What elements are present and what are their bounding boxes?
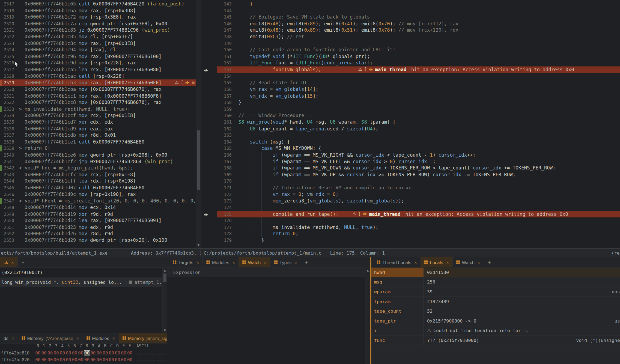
source-line[interactable]: 163 <box>201 132 620 139</box>
memory-byte[interactable]: 00 <box>35 350 41 357</box>
source-line[interactable]: 162 U8 tape_count = tape_arena.used / si… <box>201 126 620 132</box>
disasm-row[interactable]: 25440x00007ff7746b1cfflea rdx, [rsp+0x19… <box>0 178 201 184</box>
local-variable-row[interactable]: func??? (0x215f7910000)void (*)(unsigne <box>371 336 620 345</box>
scroll-down-icon[interactable]: ▼ <box>163 328 167 333</box>
scroll-down-icon[interactable]: ▼ <box>196 243 201 248</box>
memory-byte[interactable]: 00 <box>59 350 65 357</box>
tab-watch[interactable]: Watch× <box>453 257 484 267</box>
close-icon[interactable]: × <box>264 260 266 264</box>
stack-frame-row[interactable]: (0x215f791001f) <box>0 268 162 278</box>
disasm-row[interactable]: 25250x00007ff7746b1c96mov rax, [0x00007F… <box>0 53 201 60</box>
disasm-row[interactable]: 25180x00007ff7746b1c6amov rax, [rsp+0x3D… <box>0 7 201 14</box>
add-tab-button[interactable]: + <box>301 257 312 267</box>
memory-byte[interactable]: 00 <box>59 356 65 363</box>
stack-scrollbar[interactable]: ▲ ▼ <box>162 268 167 333</box>
disasm-row[interactable]: 25300x00007ff7746b1cbamov [0x00007FF7746… <box>0 86 201 93</box>
close-icon[interactable]: × <box>76 336 79 340</box>
source-line[interactable]: 170 <box>201 178 620 184</box>
memory-byte[interactable]: 00 <box>108 350 114 357</box>
source-line[interactable]: 176 <box>201 217 620 224</box>
source-line[interactable]: 173 mem_zero(u8_(vm_globals), sizeof(vm_… <box>201 198 620 204</box>
local-variable-row[interactable]: hwnd0xd41530 <box>371 268 620 278</box>
stack-frame-row[interactable]: long win_proc(void *, uint32, unsigned l… <box>0 277 162 287</box>
disasm-row[interactable]: 25230x00007ff7746b1c8cmov rax, [rsp+0x3E… <box>0 40 201 47</box>
local-variable-row[interactable]: i⚠Could not find location info for i. <box>371 326 620 336</box>
close-icon[interactable]: × <box>196 260 199 264</box>
memory-byte[interactable]: 00 <box>127 350 133 357</box>
memory-byte[interactable]: 00 <box>71 350 78 357</box>
source-line[interactable]: 145 // Epilogue: Save VM state back to g… <box>201 14 620 20</box>
disasm-row[interactable]: 25490x00007ff7746b1d19xor r9d, r9d <box>0 211 201 217</box>
tab-memory[interactable]: Memory(VArena)base× <box>18 333 83 343</box>
disasm-row[interactable]: 2542> void* hdc = ms_begin_paint(hwnd, &… <box>0 165 201 171</box>
disasm-row[interactable]: 25430x00007ff7746b1cf7mov rcx, [rsp+0x1E… <box>0 171 201 178</box>
source-line[interactable]: 154 <box>201 73 620 80</box>
memory-byte[interactable]: 00 <box>41 356 47 363</box>
disasm-row[interactable]: 25200x00007ff7746b1c7acmp qword ptr [rsp… <box>0 20 201 27</box>
local-variable-row[interactable]: wparam39uns <box>371 287 620 297</box>
memory-byte[interactable]: 00 <box>114 350 120 357</box>
local-variable-row[interactable]: tape_ptr0x215f7900000 -> 0us <box>371 316 620 326</box>
memory-byte[interactable]: 00 <box>127 356 133 363</box>
source-line[interactable]: 174 <box>201 204 620 211</box>
memory-byte[interactable]: 00 <box>47 350 53 357</box>
memory-byte[interactable]: 00 <box>90 356 96 363</box>
disasm-row[interactable]: 25450x00007ff7746b1d07call 0x00007FF7746… <box>0 185 201 191</box>
disasm-row[interactable]: 25190x00007ff7746b1c72mov [rsp+0x3E8], r… <box>0 14 201 20</box>
source-line[interactable]: 166 if (wparam == MS_VK_RIGHT && cursor_… <box>201 152 620 158</box>
close-icon[interactable]: × <box>11 260 14 264</box>
scroll-up-icon[interactable]: ▲ <box>163 268 167 273</box>
source-line[interactable]: 152 JIT_Func func = (JIT_Func)code_arena… <box>201 60 620 66</box>
disasm-row[interactable]: 25220x00007ff7746b1c85mov cl, [rsp+0x3F7… <box>0 34 201 40</box>
memory-byte[interactable]: 00 <box>78 356 84 363</box>
disasm-row[interactable]: 25260x00007ff7746b1c9dmov [rsp+0x228], r… <box>0 60 201 66</box>
close-icon[interactable]: × <box>11 336 14 340</box>
source-line[interactable]: 175 compile_and_run_tape();⚠[main_thread… <box>201 211 620 217</box>
tab-ds[interactable]: ds× <box>0 333 18 343</box>
source-line[interactable]: 143 } <box>201 1 620 7</box>
memory-byte[interactable]: 00 <box>84 350 90 356</box>
memory-byte[interactable]: 00 <box>35 356 41 363</box>
disasm-row[interactable]: 25410x00007ff7746b1cf2jmp 0x00007FF7746B… <box>0 158 201 165</box>
tab-watch[interactable]: Watch× <box>239 257 270 267</box>
source-line[interactable]: 157 vm_rdx = vm_globals[15]; <box>201 93 620 99</box>
watch-scrollbar[interactable]: ▲ <box>365 268 370 364</box>
source-line[interactable]: 159 <box>201 106 620 112</box>
close-icon[interactable]: × <box>414 260 417 264</box>
memory-byte[interactable]: 00 <box>65 356 71 363</box>
local-variable-row[interactable]: tape_count52 <box>371 306 620 316</box>
source-line[interactable]: 151 typedef void (*JIT_Func)(U8* globals… <box>201 53 620 60</box>
disasm-row[interactable]: 25240x00007ff7746b1c94mov [rax], cl <box>0 47 201 53</box>
disasm-row[interactable]: 25520x00007ff7746b1d26mov r8d, r9d <box>0 231 201 237</box>
disasm-row[interactable]: 25510x00007ff7746b1d23mov edx, r9d <box>0 224 201 231</box>
memory-byte[interactable]: 00 <box>114 356 120 363</box>
memory-byte[interactable]: 00 <box>90 350 96 357</box>
source-line[interactable]: 160// --- Window Procedure --- <box>201 112 620 119</box>
add-tab-button[interactable]: + <box>484 257 494 267</box>
source-line[interactable]: 169 if (wparam == MS_VK_UP && cursor_idx… <box>201 171 620 178</box>
source-line[interactable]: 178 return 0; <box>201 231 620 237</box>
source-line[interactable]: 148 emit8(0xC3); // ret <box>201 34 620 40</box>
disasm-row[interactable]: 25290x00007ff7746b1cb3mov rax, [0x00007F… <box>0 80 201 86</box>
disasm-row[interactable]: 25360x00007ff7746b1cd9xor eax, eax <box>0 126 201 132</box>
source-line[interactable]: 177 ms_invalidate_rect(hwnd, NULL, true)… <box>201 224 620 231</box>
tab-targets[interactable]: Targets× <box>169 257 203 267</box>
source-line[interactable]: 179 } <box>201 237 620 244</box>
add-tab-button[interactable]: + <box>18 257 28 267</box>
memory-byte[interactable]: 00 <box>96 350 102 357</box>
source-line[interactable]: 153 func(vm_globals);⚠[main_threadhit an… <box>201 66 620 73</box>
tab-types[interactable]: Types× <box>270 257 301 267</box>
source-line[interactable]: 161S8 win_proc(void* hwnd, U4 msg, U8 wp… <box>201 119 620 126</box>
close-icon[interactable]: × <box>112 336 115 340</box>
disasm-row[interactable]: 25380x00007ff7746b1ce1call 0x00007FF7746… <box>0 139 201 145</box>
disasm-row[interactable]: 25210x00007ff7746b1c83jz 0x00007FF7746B1… <box>0 27 201 34</box>
memory-byte[interactable]: 00 <box>121 350 127 357</box>
tab-modules[interactable]: Modules× <box>203 257 239 267</box>
disasm-row[interactable]: 25310x00007ff7746b1cc1mov rax, [0x00007F… <box>0 93 201 99</box>
memory-byte[interactable]: 00 <box>53 350 59 357</box>
close-icon[interactable]: × <box>232 260 235 264</box>
disasm-row[interactable]: 25340x00007ff7746b1ccfmov rcx, [rsp+0x1E… <box>0 112 201 119</box>
memory-byte[interactable]: 00 <box>71 356 78 363</box>
source-line[interactable]: 146 emit8(0x48); emit8(0x89); emit8(0x41… <box>201 20 620 27</box>
memory-byte[interactable]: 00 <box>96 356 102 363</box>
